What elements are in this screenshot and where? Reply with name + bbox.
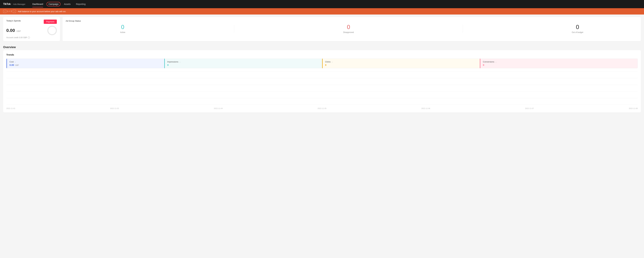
metric-value-impressions: 0	[167, 64, 320, 66]
status-label-active: Active	[120, 31, 125, 34]
spends-card: Today's Spends Payment 0.00 GBP Account …	[3, 17, 60, 41]
trends-card: Trends Cost ⌄ 0.00 GBP	[3, 50, 641, 112]
clicks-dropdown-icon[interactable]: ⌄	[332, 61, 333, 63]
status-metric-disapproved: 0 Disapproved	[343, 24, 354, 34]
nav-item-dashboard[interactable]: Dashboard	[30, 2, 46, 7]
cards-row: Today's Spends Payment 0.00 GBP Account …	[3, 17, 641, 41]
x-label-6: 2022-11-08	[629, 108, 638, 109]
impressions-value: 0	[167, 64, 168, 66]
alert-banner: ‹ 1 / 2 › Add balance to your account be…	[0, 8, 644, 14]
metric-label-impressions: Impressions	[167, 60, 178, 63]
main-content: Today's Spends Payment 0.00 GBP Account …	[0, 14, 644, 115]
top-navigation: TikTok : Ads Manager Dashboard Campaign …	[0, 0, 644, 8]
account-credit: Account credit 0.00 GBP ?	[6, 36, 57, 39]
grid-line-1	[6, 78, 638, 78]
metric-label-cost: Cost	[10, 60, 14, 63]
nav-item-campaign[interactable]: Campaign	[46, 2, 61, 7]
spends-card-title: Today's Spends	[6, 20, 21, 22]
metric-header-cost: Cost ⌄	[10, 60, 162, 63]
status-value-disapproved: 0	[343, 24, 354, 30]
status-value-active: 0	[120, 24, 125, 30]
nav-item-assets[interactable]: Assets	[62, 2, 73, 7]
spends-currency: GBP	[16, 30, 21, 32]
status-label-disapproved: Disapproved	[343, 31, 354, 34]
account-credit-value: 0.00 GBP	[19, 36, 27, 39]
alert-navigation: ‹ 1 / 2 ›	[3, 10, 16, 13]
account-credit-info-icon[interactable]: ?	[28, 36, 30, 39]
grid-line-bottom	[6, 104, 638, 105]
metric-label-conversions: Conversions	[483, 60, 494, 63]
metric-header-impressions: Impressions ⌄	[167, 60, 320, 63]
ad-group-status-card: Ad Group Status 0 Active 0 Disapproved 0…	[62, 17, 641, 41]
payment-button[interactable]: Payment	[44, 20, 57, 24]
grid-line-3	[6, 91, 638, 92]
alert-page-current: 1	[7, 10, 8, 12]
alert-page-total: 2	[11, 10, 12, 12]
status-divider-1	[234, 25, 234, 33]
trends-title: Trends	[6, 53, 638, 56]
conversions-dropdown-icon[interactable]: ⌄	[495, 61, 496, 63]
account-credit-label: Account credit	[6, 36, 18, 39]
spends-row: 0.00 GBP	[6, 26, 57, 35]
metric-cell-conversions: Conversions ⌄ 0	[480, 59, 638, 68]
status-value-budget: 0	[572, 24, 583, 30]
brand-tiktok-text: TikTok	[3, 3, 10, 6]
brand-logo: TikTok : Ads Manager	[3, 3, 26, 6]
metric-value-clicks: 0	[325, 64, 477, 66]
conversions-value: 0	[483, 64, 484, 66]
x-label-4: 2022-11-06	[421, 108, 430, 109]
metric-header-clicks: Clicks ⌄	[325, 60, 477, 63]
brand-separator: :	[12, 3, 12, 6]
spends-card-header: Today's Spends Payment	[6, 20, 57, 24]
spends-amount: 0.00	[6, 28, 15, 33]
metric-cell-clicks: Clicks ⌄ 0	[322, 59, 480, 68]
ad-group-status-title: Ad Group Status	[66, 20, 81, 22]
clicks-value: 0	[325, 64, 326, 66]
grid-line-top	[6, 72, 638, 72]
nav-item-reporting[interactable]: Reporting	[74, 2, 88, 7]
x-label-5: 2022-11-07	[525, 108, 534, 109]
status-metric-budget: 0 Out of budget	[572, 24, 583, 34]
metric-value-cost: 0.00 GBP	[10, 64, 162, 66]
trends-metrics-row: Cost ⌄ 0.00 GBP Impressions ⌄ 0	[6, 58, 638, 68]
x-label-1: 2022-11-03	[110, 108, 119, 109]
metric-cell-cost: Cost ⌄ 0.00 GBP	[6, 59, 164, 68]
metric-header-conversions: Conversions ⌄	[483, 60, 635, 63]
metric-value-conversions: 0	[483, 64, 635, 66]
metric-cell-impressions: Impressions ⌄ 0	[164, 59, 322, 68]
status-metric-active: 0 Active	[120, 24, 125, 34]
overview-section: Overview Trends Cost ⌄ 0.00 GBP	[3, 44, 641, 112]
alert-prev-button[interactable]: ‹	[3, 10, 6, 13]
impressions-dropdown-icon[interactable]: ⌄	[179, 61, 180, 63]
x-label-2: 2022-11-04	[214, 108, 223, 109]
spends-amount-container: 0.00 GBP	[6, 28, 21, 33]
overview-title: Overview	[3, 44, 641, 50]
status-metrics: 0 Active 0 Disapproved 0 Out of budget	[66, 22, 638, 34]
brand-ads-text: Ads Manager	[13, 3, 26, 5]
cost-dropdown-icon[interactable]: ⌄	[15, 61, 16, 63]
grid-line-2	[6, 85, 638, 85]
x-label-0: 2022-11-02	[6, 108, 15, 109]
alert-message: Add balance to your account before your …	[18, 10, 66, 12]
cost-unit: GBP	[15, 64, 19, 66]
x-axis-labels: 2022-11-02 2022-11-03 2022-11-04 2022-11…	[6, 108, 638, 109]
alert-next-button[interactable]: ›	[13, 10, 16, 13]
grid-line-4	[6, 98, 638, 98]
status-label-budget: Out of budget	[572, 31, 583, 34]
metric-label-clicks: Clicks	[325, 60, 331, 63]
nav-links: Dashboard Campaign Assets Reporting	[30, 2, 641, 7]
spends-donut-chart	[47, 26, 57, 35]
chart-grid	[6, 72, 638, 104]
chart-area: 2022-11-02 2022-11-03 2022-11-04 2022-11…	[6, 72, 638, 109]
cost-value: 0.00	[10, 64, 14, 66]
alert-page-separator: /	[9, 10, 10, 12]
x-label-3: 2022-11-05	[318, 108, 326, 109]
